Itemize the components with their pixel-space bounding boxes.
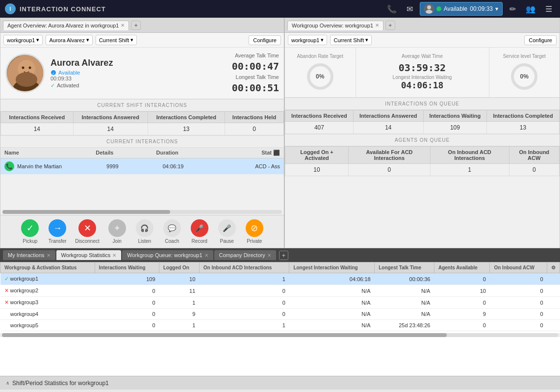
- svg-text:✓: ✓: [52, 71, 55, 75]
- coach-label: Coach: [165, 238, 179, 244]
- bottom-add-tab-btn[interactable]: +: [279, 251, 289, 260]
- join-button[interactable]: + Join: [107, 219, 127, 244]
- edit-icon-btn[interactable]: ✏: [507, 3, 519, 15]
- tab-my-interactions-close[interactable]: ✕: [47, 253, 51, 258]
- agent-overview-tab[interactable]: Agent Overview: Aurora Alvarez in workgr…: [3, 21, 129, 30]
- tab-company-directory-close[interactable]: ✕: [267, 253, 271, 258]
- abandon-rate-donut: 0%: [305, 62, 335, 91]
- agent-name: Aurora Alvarez: [51, 58, 226, 68]
- agents-section-header: AGENTS ON QUEUE: [285, 134, 560, 146]
- period-dropdown[interactable]: Current Shift ▾: [96, 35, 137, 45]
- user-avatar: [424, 4, 434, 14]
- agents-inbound-value: 1: [430, 164, 509, 176]
- status-label: Available: [444, 5, 467, 12]
- pickup-button[interactable]: ✓ Pickup: [20, 219, 40, 244]
- avg-wait-block: Average Wait Time 03:59:32 Longest Inter…: [356, 48, 489, 97]
- record-icon: 🎤: [191, 219, 208, 237]
- row-interactions-waiting: 0: [95, 297, 159, 309]
- agent-add-tab-btn[interactable]: +: [131, 21, 141, 30]
- row-longest-int-waiting: N/A: [289, 309, 375, 320]
- shift-interactions-table: Interactions Received Interactions Answe…: [0, 111, 284, 135]
- tab-company-directory[interactable]: Company Directory ✕: [214, 250, 276, 260]
- service-level-donut: 0%: [509, 62, 539, 91]
- status-check-icon: ✓: [4, 276, 9, 282]
- row-on-inbound-acw: 0: [490, 285, 547, 297]
- tab-my-interactions[interactable]: My Interactions ✕: [3, 250, 55, 260]
- row-agents-available: 10: [434, 285, 490, 297]
- tab-workgroup-statistics-close[interactable]: ✕: [112, 253, 116, 258]
- workgroup-dropdown[interactable]: workgroup1 ▾: [3, 35, 43, 45]
- record-button[interactable]: 🎤 Record: [190, 219, 209, 244]
- workgroup-tab-close[interactable]: ✕: [375, 23, 379, 28]
- row-agents-available: 9: [434, 309, 490, 320]
- private-button[interactable]: ⊘ Private: [245, 219, 264, 244]
- transfer-icon: →: [49, 219, 66, 237]
- top-navigation: I INTERACTION CONNECT 📞 ✉ Available 00:0…: [0, 0, 560, 18]
- th-longest-int-waiting: Longest Interaction Waiting: [289, 262, 375, 273]
- status-button[interactable]: Available 00:09:33 ▾: [420, 2, 503, 16]
- team-icon-btn[interactable]: 👥: [523, 3, 538, 15]
- workgroup-overview-panel: Workgroup Overview: workgroup1 ✕ + workg…: [284, 18, 560, 248]
- interaction-row[interactable]: 📞 Marvin the Martian 9999 04:06:19 ACD -…: [0, 158, 284, 175]
- avg-talk-label: Average Talk Time: [235, 52, 279, 58]
- workgroup-overview-tab[interactable]: Workgroup Overview: workgroup1 ✕: [287, 21, 383, 30]
- phone-icon-btn[interactable]: 📞: [384, 3, 400, 15]
- agents-col-inbound: On Inbound ACD Interactions: [430, 147, 509, 164]
- row-workgroup-name: ✕ workgroup2: [0, 285, 95, 297]
- workgroup-tab-label: Workgroup Overview: workgroup1: [292, 23, 373, 28]
- table-row[interactable]: ✕ workgroup3 0 1 0 N/A N/A 0 0: [0, 297, 560, 309]
- agent-tab-close[interactable]: ✕: [121, 23, 125, 28]
- chevron-up-icon: ∧: [6, 380, 9, 386]
- svg-point-9: [29, 67, 31, 69]
- coach-button[interactable]: 💬 Coach: [162, 219, 182, 244]
- row-interactions-waiting: 0: [95, 285, 159, 297]
- disconnect-label: Disconnect: [75, 238, 99, 244]
- table-row[interactable]: workgroup5 0 1 1 N/A 25d 23:48:26 0 0: [0, 320, 560, 331]
- interaction-status: ACD - Ass: [211, 163, 280, 169]
- agents-data-row: 10 0 1 0: [285, 164, 560, 176]
- agents-acw-value: 0: [509, 164, 560, 176]
- configure-button[interactable]: Configure: [249, 35, 281, 45]
- wg-configure-button[interactable]: Configure: [524, 35, 557, 45]
- agent-info: Aurora Alvarez ✓ Available 00:09:33 ✓ Ac…: [0, 48, 284, 99]
- row-agents-available: 0: [434, 320, 490, 331]
- pause-button[interactable]: 🎤 Pause: [217, 219, 237, 244]
- action-bar: ✓ Pickup → Transfer ✕ Disconnect + Join …: [0, 215, 284, 248]
- listen-button[interactable]: 🎧 Listen: [135, 219, 154, 244]
- footer[interactable]: ∧ Shift/Period Statistics for workgroup1: [0, 376, 560, 390]
- tab-workgroup-queue[interactable]: Workgroup Queue: workgroup1 ✕: [122, 250, 213, 260]
- row-longest-talk: N/A: [375, 285, 434, 297]
- disconnect-icon: ✕: [78, 219, 96, 237]
- table-header-row: Workgroup & Activation Status Interactio…: [0, 262, 560, 273]
- row-on-inbound-acw: 0: [490, 273, 547, 285]
- agent-dropdown[interactable]: Aurora Alvarez ▾: [46, 35, 92, 45]
- transfer-button[interactable]: → Transfer: [48, 219, 67, 244]
- table-row[interactable]: workgroup4 0 9 0 N/A N/A 9 0: [0, 309, 560, 320]
- table-row[interactable]: ✕ workgroup2 0 11 0 N/A N/A 10 0: [0, 285, 560, 297]
- table-row[interactable]: ✓ workgroup1 109 10 1 04:06:18 00:00:36 …: [0, 273, 560, 285]
- row-on-inbound-acw: 0: [490, 297, 547, 309]
- coach-icon: 💬: [163, 219, 181, 237]
- email-icon-btn[interactable]: ✉: [404, 3, 416, 15]
- horizontal-scrollbar[interactable]: [2, 210, 282, 214]
- tab-workgroup-statistics[interactable]: Workgroup Statistics ✕: [56, 250, 122, 260]
- disconnect-button[interactable]: ✕ Disconnect: [75, 219, 99, 244]
- row-agents-available: 0: [434, 273, 490, 285]
- th-workgroup-status: Workgroup & Activation Status: [0, 262, 95, 273]
- menu-icon-btn[interactable]: ☰: [542, 3, 555, 15]
- queue-col-completed: Interactions Completed: [487, 110, 560, 122]
- agent-stats: Average Talk Time 00:00:47 Longest Talk …: [232, 52, 279, 94]
- longest-wait-label: Longest Interaction Waiting: [393, 75, 452, 80]
- workgroup-stats: Abandon Rate Target 0% Average Wait Time…: [285, 48, 560, 98]
- current-section-header: CURRENT INTERACTIONS: [0, 135, 284, 148]
- col-name-header: Name: [4, 150, 79, 156]
- status-dot: [436, 6, 441, 11]
- wg-period-dropdown[interactable]: Current Shift ▾: [330, 35, 372, 45]
- tab-workgroup-queue-close[interactable]: ✕: [204, 253, 208, 258]
- bottom-tabs-bar: My Interactions ✕ Workgroup Statistics ✕…: [0, 248, 560, 262]
- call-icon: 📞: [4, 161, 14, 171]
- wg-workgroup-dropdown[interactable]: workgroup1 ▾: [288, 35, 327, 45]
- workgroup-add-tab-btn[interactable]: +: [385, 21, 395, 30]
- th-logged-on: Logged On: [159, 262, 200, 273]
- private-icon: ⊘: [246, 219, 263, 237]
